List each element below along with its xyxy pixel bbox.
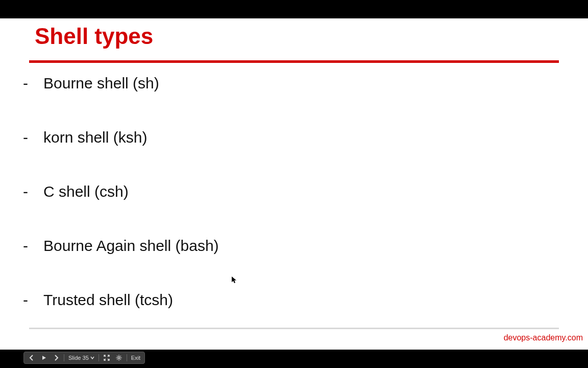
bullet-dash: - bbox=[23, 75, 43, 92]
slide-title: Shell types bbox=[35, 24, 153, 49]
svg-line-7 bbox=[120, 356, 120, 356]
bullet-text: korn shell (ksh) bbox=[43, 129, 147, 146]
footer-url: devops-academy.com bbox=[504, 333, 583, 342]
bullet-dash: - bbox=[23, 129, 43, 146]
chevron-down-icon bbox=[90, 356, 94, 360]
bullet-text: Bourne Again shell (bash) bbox=[43, 237, 219, 255]
list-item: - Bourne Again shell (bash) bbox=[23, 237, 557, 255]
settings-button[interactable] bbox=[114, 353, 124, 362]
window-top-bar bbox=[0, 0, 588, 18]
toolbar-separator bbox=[64, 354, 64, 361]
list-item: - korn shell (ksh) bbox=[23, 129, 557, 146]
svg-point-0 bbox=[118, 357, 120, 359]
svg-line-8 bbox=[117, 359, 117, 360]
slide-number-label: Slide 35 bbox=[68, 355, 89, 361]
footer-divider bbox=[29, 328, 559, 329]
bullet-text: Bourne shell (sh) bbox=[43, 75, 159, 92]
slide-content: - Bourne shell (sh) - korn shell (ksh) -… bbox=[23, 75, 557, 346]
bullet-text: Trusted shell (tcsh) bbox=[43, 291, 173, 309]
gear-icon bbox=[116, 355, 122, 361]
bullet-dash: - bbox=[23, 291, 43, 309]
bullet-dash: - bbox=[23, 237, 43, 255]
exit-button[interactable]: Exit bbox=[130, 355, 141, 361]
bullet-dash: - bbox=[23, 183, 43, 200]
next-slide-button[interactable] bbox=[52, 353, 61, 362]
list-item: - Trusted shell (tcsh) bbox=[23, 291, 557, 309]
list-item: - Bourne shell (sh) bbox=[23, 75, 557, 92]
toolbar-separator bbox=[99, 354, 99, 361]
bullet-text: C shell (csh) bbox=[43, 183, 129, 200]
prev-slide-button[interactable] bbox=[27, 353, 36, 362]
slide-number-dropdown[interactable]: Slide 35 bbox=[67, 355, 95, 361]
svg-line-5 bbox=[117, 356, 117, 356]
toolbar-separator bbox=[127, 354, 127, 361]
svg-line-6 bbox=[120, 359, 120, 360]
title-underline bbox=[29, 60, 559, 63]
fullscreen-toggle-button[interactable] bbox=[102, 353, 111, 362]
list-item: - C shell (csh) bbox=[23, 183, 557, 200]
slide-canvas: Shell types - Bourne shell (sh) - korn s… bbox=[0, 18, 588, 350]
play-button[interactable] bbox=[39, 353, 48, 362]
presentation-toolbar: Slide 35 Exit bbox=[23, 352, 145, 364]
